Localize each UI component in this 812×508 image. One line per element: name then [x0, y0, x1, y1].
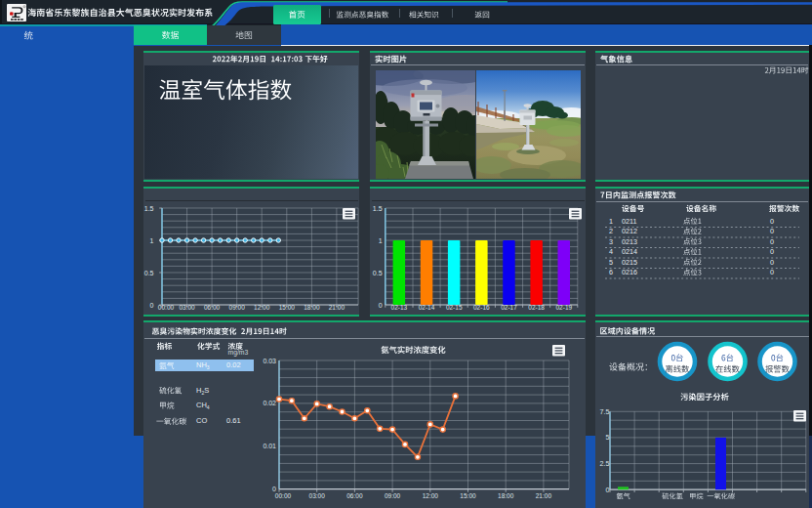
- svg-text:03:00: 03:00: [309, 492, 326, 499]
- svg-text:09:00: 09:00: [229, 303, 246, 310]
- svg-text:06:00: 06:00: [346, 492, 363, 499]
- svg-text:15:00: 15:00: [460, 492, 476, 499]
- svg-text:0.5: 0.5: [144, 269, 154, 275]
- svg-text:00:00: 00:00: [158, 303, 175, 310]
- svg-text:0: 0: [379, 301, 383, 308]
- svg-text:0.5: 0.5: [373, 269, 383, 275]
- svg-text:02-13: 02-13: [391, 303, 408, 310]
- svg-text:21:00: 21:00: [329, 303, 345, 310]
- svg-text:21:00: 21:00: [536, 492, 552, 499]
- svg-text:18:00: 18:00: [498, 492, 514, 499]
- svg-text:18:00: 18:00: [304, 303, 320, 310]
- svg-text:1: 1: [150, 236, 154, 243]
- svg-text:0.02: 0.02: [263, 400, 276, 406]
- svg-text:1: 1: [379, 236, 383, 243]
- svg-text:09:00: 09:00: [385, 492, 401, 499]
- svg-text:7.5: 7.5: [600, 407, 610, 416]
- svg-text:00:00: 00:00: [275, 492, 292, 499]
- svg-text:15:00: 15:00: [279, 303, 296, 310]
- svg-text:0.03: 0.03: [263, 358, 276, 364]
- svg-text:02-14: 02-14: [419, 303, 435, 310]
- svg-text:1.5: 1.5: [373, 204, 383, 211]
- svg-text:1.5: 1.5: [144, 204, 154, 211]
- svg-text:02-19: 02-19: [555, 303, 572, 310]
- svg-text:02-16: 02-16: [473, 303, 490, 310]
- svg-text:02-17: 02-17: [501, 303, 517, 310]
- svg-text:02-18: 02-18: [528, 303, 545, 310]
- svg-text:02-15: 02-15: [446, 303, 463, 310]
- svg-text:12:00: 12:00: [423, 492, 439, 499]
- svg-text:06:00: 06:00: [204, 303, 221, 310]
- svg-text:0.01: 0.01: [263, 443, 276, 449]
- svg-text:5: 5: [606, 433, 610, 442]
- svg-text:0: 0: [606, 486, 610, 494]
- svg-text:12:00: 12:00: [254, 303, 270, 310]
- svg-text:2.5: 2.5: [600, 459, 610, 468]
- svg-text:0: 0: [150, 301, 154, 308]
- svg-text:03:00: 03:00: [179, 303, 195, 310]
